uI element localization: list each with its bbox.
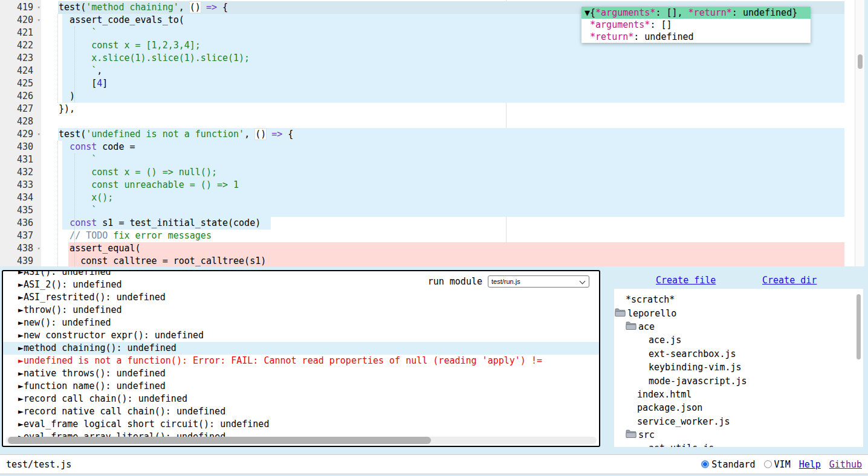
tooltip-line: *return*: undefined [581,31,811,43]
run-module-select-value: test/run.js [491,278,520,285]
run-module-select[interactable]: test/run.js [488,275,589,288]
code-line[interactable]: ) [0,90,855,103]
file-tree-item[interactable]: src [614,428,863,442]
line-number[interactable]: 425 [0,77,41,90]
code-line[interactable]: [4] [0,77,855,90]
file-tree-item[interactable]: service_worker.js [614,415,863,428]
code-line[interactable]: test('undefined is not a function', () =… [0,128,855,141]
run-module-label: run module [428,276,482,287]
line-number[interactable]: 422 [0,39,41,52]
file-name: ast_utils.js [649,443,714,447]
file-tree-item[interactable]: leporello [614,306,863,320]
file-tree-item[interactable]: package.json [614,401,863,414]
line-number[interactable]: 438▾ [0,242,41,255]
line-number[interactable]: 432 [0,166,41,179]
line-number[interactable]: 437 [0,230,41,242]
help-link[interactable]: Help [799,459,821,470]
file-name: mode-javascript.js [649,376,747,387]
test-result-item[interactable]: ►throw(): undefined [3,304,599,317]
line-number[interactable]: 433 [0,179,41,191]
leporello-app: { "colors":{ "highlight_blue":"#dcf1fb",… [0,0,868,476]
test-result-item[interactable]: ►eval_frame logical short circuit(): und… [3,418,599,431]
code-line[interactable]: assert_equal( [0,242,855,255]
code-line[interactable]: const s1 = test_initial_state(code) [0,217,855,230]
file-name: *scratch* [626,294,675,305]
keybinding-vim-option[interactable]: VIM [764,459,791,470]
line-number[interactable]: 420▾ [0,14,41,27]
line-number[interactable]: 430 [0,141,41,153]
test-result-item[interactable]: ►record native call chain(): undefined [3,405,599,418]
test-result-item[interactable]: ►record call chain(): undefined [3,393,599,405]
line-number[interactable]: 421 [0,27,41,39]
code-line[interactable] [0,115,855,128]
line-number[interactable]: 423 [0,52,41,65]
radio-vim-icon[interactable] [764,460,772,468]
code-line[interactable]: ` [0,153,855,166]
eval-result-tooltip[interactable]: ▼{*arguments*: [], *return*: undefined} … [581,7,811,43]
code-line[interactable]: ` [0,204,855,217]
status-bar-right: Standard VIM Help Github [701,459,862,470]
keybinding-standard-option[interactable]: Standard [701,459,755,470]
line-number[interactable]: 429▾ [0,128,41,141]
test-results-list: ►ASI(): undefined►ASI_2(): undefined►ASI… [3,271,599,443]
test-result-item[interactable]: ►new constructor expr(): undefined [3,329,599,342]
line-number[interactable]: 428 [0,115,41,128]
file-tree-item[interactable]: ace.js [614,333,863,347]
file-tree-item[interactable]: ast_utils.js [614,442,863,447]
test-result-item[interactable]: ►function name(): undefined [3,380,599,393]
code-line[interactable]: x(); [0,191,855,204]
line-number[interactable]: 435 [0,204,41,217]
line-number[interactable]: 427 [0,103,41,115]
code-line-text: // TODO fix error messages [48,230,212,242]
code-line-text: const unreachable = () => 1 [48,179,239,191]
code-line[interactable]: const x = () => null(); [0,166,855,179]
code-line[interactable]: const unreachable = () => 1 [0,179,855,191]
status-bar: test/test.js Standard VIM Help Github [0,454,868,474]
editor-scrollbar-thumb[interactable] [858,54,863,69]
line-number[interactable]: 439 [0,255,41,266]
code-line-text: const calltree = root_calltree(s1) [48,255,266,266]
console-horizontal-scrollbar[interactable] [5,437,597,444]
line-number[interactable]: 434 [0,191,41,204]
github-link[interactable]: Github [829,459,862,470]
call-args-box: () [190,2,201,13]
line-number[interactable]: 419▾ [0,1,41,14]
code-line[interactable]: `, [0,65,855,77]
code-line[interactable]: }), [0,103,855,115]
line-number[interactable]: 426 [0,90,41,103]
file-tree-scrollbar-thumb[interactable] [857,294,861,359]
file-tree-item[interactable]: ace [614,320,863,333]
code-line-text: x.slice(1).slice(1).slice(1); [48,52,250,65]
code-line-text: x(); [48,191,113,204]
create-dir-link[interactable]: Create dir [762,275,817,286]
file-tree-item[interactable]: *scratch* [614,293,863,306]
test-result-item[interactable]: ►ASI_restrited(): undefined [3,291,599,304]
console-scrollbar-thumb[interactable] [8,437,431,444]
code-line[interactable]: // TODO fix error messages [0,230,855,242]
editor-scrollbar[interactable] [855,0,864,266]
line-number[interactable]: 424 [0,65,41,77]
folder-icon [615,308,626,319]
fold-arrow-icon[interactable]: ▾ [37,1,40,14]
test-result-item[interactable]: ►new(): undefined [3,317,599,329]
radio-standard-icon[interactable] [701,460,709,468]
file-tree-item[interactable]: ext-searchbox.js [614,347,863,361]
create-file-link[interactable]: Create file [656,275,716,286]
file-tree-item[interactable]: mode-javascript.js [614,374,863,387]
current-file-path: test/test.js [6,459,71,470]
code-line[interactable]: x.slice(1).slice(1).slice(1); [0,52,855,65]
code-line[interactable]: const code = [0,141,855,153]
test-result-item[interactable]: ►undefined is not a function(): Error: F… [3,355,599,367]
file-tree-item[interactable]: index.html [614,388,863,401]
file-tree-item[interactable]: keybinding-vim.js [614,361,863,374]
test-result-item[interactable]: ►native throws(): undefined [3,367,599,380]
fold-arrow-icon[interactable]: ▾ [37,242,40,255]
test-result-item[interactable]: ►method chaining(): undefined [3,342,599,355]
line-number[interactable]: 431 [0,153,41,166]
fold-arrow-icon[interactable]: ▾ [37,14,40,27]
line-number[interactable]: 436 [0,217,41,230]
code-line[interactable]: const calltree = root_calltree(s1) [0,255,855,266]
file-name: package.json [637,402,702,413]
fold-arrow-icon[interactable]: ▾ [37,128,40,141]
code-line-text: assert_equal( [48,242,141,255]
